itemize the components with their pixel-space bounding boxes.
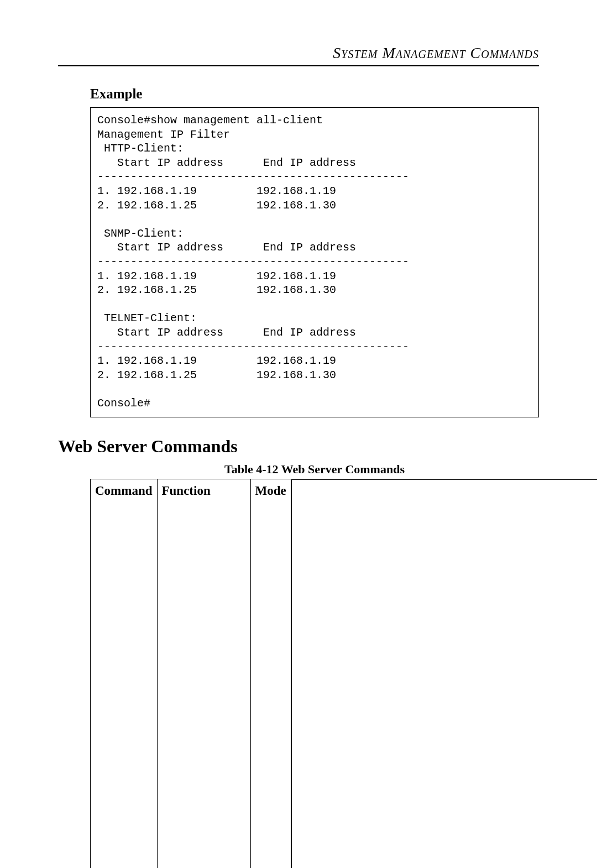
- th-function: Function: [157, 479, 250, 868]
- table-header-row: Command Function Mode Page: [91, 479, 598, 868]
- web-server-commands-table: Command Function Mode Page ip http port …: [90, 479, 597, 868]
- header-rule: [58, 65, 539, 66]
- table-caption: Table 4-12 Web Server Commands: [90, 462, 539, 477]
- running-head: System Management Commands: [58, 44, 539, 62]
- th-mode: Mode: [250, 479, 291, 868]
- section-heading: Web Server Commands: [58, 436, 539, 457]
- console-output: Console#show management all-client Manag…: [90, 107, 539, 417]
- page: System Management Commands Example Conso…: [0, 0, 597, 868]
- example-heading: Example: [90, 86, 539, 102]
- th-command: Command: [91, 479, 158, 868]
- th-page: Page: [291, 479, 597, 868]
- example-block: Example Console#show management all-clie…: [90, 86, 539, 433]
- table-block: Table 4-12 Web Server Commands Command F…: [90, 462, 539, 868]
